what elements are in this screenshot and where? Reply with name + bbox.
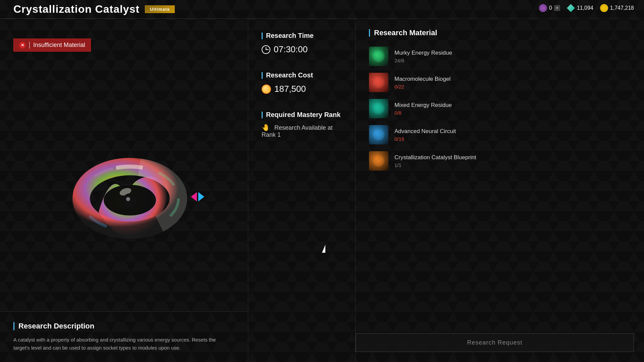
material-list: Murky Energy Residue 24/8 Macromolecule …: [369, 47, 631, 171]
material-thumb-murky: [369, 47, 388, 66]
mastery-rank-section: Required Mastery Rank 🤚 Research Availab…: [262, 111, 342, 138]
svg-point-11: [122, 193, 137, 208]
warning-icon: ✕: [19, 42, 26, 49]
svg-point-12: [126, 197, 130, 201]
material-count: 24/8: [394, 58, 452, 63]
material-info-blueprint: Crystallization Catalyst Blueprint 1/1: [394, 154, 476, 168]
mastery-rank-value: 🤚 Research Available at Rank 1: [262, 123, 342, 138]
gold-icon: [600, 4, 608, 12]
material-info-macro: Macromolecule Biogel 0/22: [394, 76, 450, 89]
list-item: Murky Energy Residue 24/8: [369, 47, 631, 66]
crystal-icon: [567, 4, 575, 12]
right-panel: Research Material Murky Energy Residue 2…: [356, 18, 644, 362]
material-thumb-blueprint: [369, 151, 388, 171]
research-cost-label: Research Cost: [262, 71, 342, 79]
description-text: A catalyst with a property of absorbing …: [13, 336, 228, 352]
mastery-text-display: Research Available at Rank 1: [262, 124, 333, 138]
research-time-label: Research Time: [262, 32, 342, 40]
material-info-neural: Advanced Neural Circuit 0/18: [394, 128, 456, 142]
material-thumb-mixed: [369, 99, 388, 118]
currency-crystal: 11,094: [567, 4, 593, 12]
currency-bar: 0 + 11,094 1,747,218: [539, 4, 634, 12]
title-area: Crystallization Catalyst Ultimate: [13, 3, 175, 15]
warning-divider: [29, 42, 30, 49]
material-name: Macromolecule Biogel: [394, 76, 450, 82]
material-name: Advanced Neural Circuit: [394, 128, 456, 135]
materials-title: Research Material: [369, 28, 631, 37]
item-navigation[interactable]: [191, 192, 204, 201]
research-cost-section: Research Cost 187,500: [262, 71, 342, 94]
material-count: 1/1: [394, 162, 476, 168]
currency-purple: 0 +: [539, 4, 560, 12]
list-item: Advanced Neural Circuit 0/18: [369, 125, 631, 144]
material-count: 0/18: [394, 136, 456, 142]
cost-display: 187,500: [274, 84, 306, 94]
prev-item-arrow[interactable]: [191, 192, 197, 201]
list-item: Crystallization Catalyst Blueprint 1/1: [369, 151, 631, 171]
crystal-value: 11,094: [577, 5, 593, 11]
mastery-rank-label: Required Mastery Rank: [262, 111, 342, 119]
research-button-label: Research Request: [467, 339, 522, 346]
gold-value: 1,747,218: [610, 5, 634, 11]
material-info-murky: Murky Energy Residue 24/8: [394, 50, 452, 63]
research-cost-value: 187,500: [262, 84, 342, 94]
material-count: 0/22: [394, 84, 450, 89]
item-display: [67, 133, 194, 260]
mastery-icon: 🤚: [262, 123, 270, 131]
purple-value: 0: [549, 5, 552, 11]
research-time-section: Research Time 07:30:00: [262, 32, 342, 55]
item-title: Crystallization Catalyst: [13, 3, 140, 15]
warning-banner: ✕ Insufficient Material: [13, 39, 91, 52]
item-model: [67, 133, 194, 260]
material-thumb-macro: [369, 73, 388, 92]
warning-text: Insufficient Material: [33, 42, 85, 49]
clock-icon: [262, 45, 270, 54]
add-purple-button[interactable]: +: [554, 5, 560, 11]
research-time-value: 07:30:00: [262, 44, 342, 55]
material-thumb-neural: [369, 125, 388, 144]
material-count: 0/8: [394, 110, 452, 116]
research-description-panel: Research Description A catalyst with a p…: [0, 311, 248, 362]
middle-panel: Research Time 07:30:00 Research Cost 187…: [248, 18, 356, 362]
left-panel: ✕ Insufficient Material: [0, 18, 248, 362]
time-display: 07:30:00: [274, 44, 308, 55]
gold-coin-icon: [262, 84, 271, 94]
material-name: Crystallization Catalyst Blueprint: [394, 154, 476, 161]
next-item-arrow[interactable]: [198, 192, 204, 201]
list-item: Mixed Energy Residue 0/8: [369, 99, 631, 118]
currency-gold: 1,747,218: [600, 4, 634, 12]
description-title: Research Description: [13, 322, 234, 330]
material-name: Mixed Energy Residue: [394, 102, 452, 109]
material-name: Murky Energy Residue: [394, 50, 452, 56]
purple-icon: [539, 4, 547, 12]
research-request-button[interactable]: Research Request: [356, 333, 634, 352]
list-item: Macromolecule Biogel 0/22: [369, 73, 631, 92]
material-info-mixed: Mixed Energy Residue 0/8: [394, 102, 452, 116]
tier-badge: Ultimate: [145, 5, 175, 13]
